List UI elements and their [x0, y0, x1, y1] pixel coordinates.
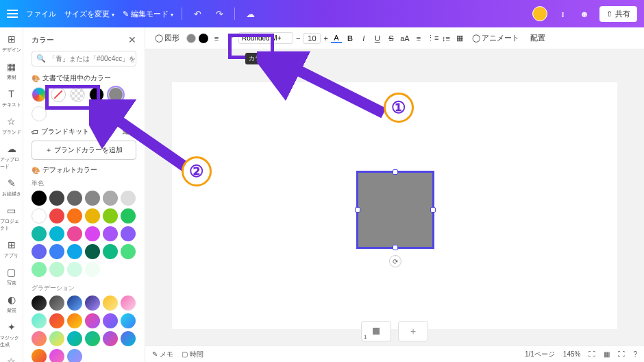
close-icon[interactable]: ✕	[128, 34, 136, 45]
text-color-icon[interactable]: A	[331, 34, 342, 43]
gradient-swatch[interactable]	[103, 313, 118, 328]
color-swatch[interactable]	[108, 87, 123, 102]
sidebar-item[interactable]: ▢写真	[0, 266, 23, 287]
sidebar-item[interactable]: ⊞デザイン	[0, 33, 23, 53]
present-icon[interactable]: ⛶	[618, 350, 625, 358]
edit-mode-menu[interactable]: ✎ 編集モード	[123, 9, 173, 19]
animate-button[interactable]: ◯ アニメート	[468, 32, 523, 45]
color-swatch[interactable]	[85, 208, 100, 224]
color-swatch[interactable]	[103, 244, 118, 259]
color-swatch[interactable]	[89, 87, 104, 102]
help-icon[interactable]: ?	[633, 350, 637, 358]
color-swatch[interactable]	[85, 262, 100, 277]
color-swatch[interactable]	[121, 244, 136, 259]
shape-menu[interactable]: ◯図形	[151, 32, 184, 45]
color-swatch[interactable]	[32, 226, 47, 241]
resize-handle[interactable]	[393, 169, 398, 175]
color-swatch[interactable]	[103, 191, 118, 206]
page-thumbnail[interactable]: 1	[361, 321, 391, 341]
redo-icon[interactable]: ↷	[212, 7, 226, 21]
color-swatch[interactable]	[85, 191, 100, 206]
gradient-swatch[interactable]	[49, 331, 64, 346]
gradient-swatch[interactable]	[67, 349, 82, 362]
border-style-icon[interactable]: ≡	[211, 34, 222, 43]
time-button[interactable]: ▢ 時間	[182, 350, 203, 359]
gradient-swatch[interactable]	[121, 295, 136, 311]
add-brand-color-button[interactable]: ＋ ブランドカラーを追加	[32, 141, 136, 160]
avatar[interactable]	[532, 6, 547, 21]
resize-handle[interactable]	[430, 207, 436, 213]
undo-icon[interactable]: ↶	[190, 7, 204, 21]
resize-menu[interactable]: サイズを変更	[64, 9, 114, 19]
resize-handle[interactable]	[393, 245, 398, 250]
bold-icon[interactable]: B	[345, 34, 356, 43]
color-swatch[interactable]	[103, 226, 118, 241]
gradient-swatch[interactable]	[32, 349, 47, 362]
corner-icon[interactable]: ⟋	[225, 34, 236, 43]
gradient-swatch[interactable]	[49, 295, 64, 311]
gradient-swatch[interactable]	[85, 313, 100, 328]
gradient-swatch[interactable]	[67, 331, 82, 346]
gradient-swatch[interactable]	[32, 295, 47, 311]
color-swatch[interactable]	[121, 226, 136, 241]
sidebar-item[interactable]: ▦素材	[0, 60, 23, 81]
sidebar-item[interactable]: ☆ブランド	[0, 115, 23, 136]
border-color-swatch[interactable]	[199, 34, 208, 43]
sidebar-item[interactable]: ☆スター付き	[0, 355, 23, 362]
color-swatch[interactable]	[32, 244, 47, 259]
italic-icon[interactable]: I	[358, 34, 369, 43]
color-swatch[interactable]	[67, 208, 82, 224]
brandkit-edit[interactable]: 編集	[123, 127, 136, 136]
color-swatch[interactable]	[49, 262, 64, 277]
list-icon[interactable]: ⋮≡	[427, 34, 438, 43]
gradient-swatch[interactable]	[103, 331, 118, 346]
size-minus[interactable]: −	[296, 34, 300, 43]
sidebar-item[interactable]: ⊞アプリ	[0, 239, 23, 259]
color-swatch[interactable]	[85, 244, 100, 259]
color-swatch[interactable]	[103, 208, 118, 224]
gradient-swatch[interactable]	[49, 313, 64, 328]
share-button[interactable]: ⇧ 共有	[599, 6, 637, 22]
zoom-slider-icon[interactable]: ⛶	[589, 350, 595, 358]
memo-button[interactable]: ✎ メモ	[152, 350, 173, 359]
gradient-swatch[interactable]	[121, 331, 136, 346]
gradient-swatch[interactable]	[121, 313, 136, 328]
color-swatch[interactable]	[49, 191, 64, 206]
font-size-input[interactable]: 10	[303, 33, 321, 44]
color-swatch[interactable]	[70, 87, 85, 102]
search-input[interactable]: 🔍	[32, 51, 136, 67]
gradient-swatch[interactable]	[85, 295, 100, 311]
add-page-button[interactable]: +	[398, 321, 428, 341]
sidebar-item[interactable]: ◐背景	[0, 293, 23, 314]
chart-icon[interactable]: ⫾	[556, 7, 569, 21]
color-swatch[interactable]	[67, 191, 82, 206]
gradient-swatch[interactable]	[85, 331, 100, 346]
menu-icon[interactable]	[7, 10, 18, 18]
color-swatch[interactable]	[32, 106, 47, 121]
sidebar-item[interactable]: ✦マジック生成	[0, 321, 23, 348]
gradient-swatch[interactable]	[67, 313, 82, 328]
fill-color-swatch[interactable]	[186, 34, 196, 43]
color-swatch[interactable]	[49, 244, 64, 259]
size-plus[interactable]: +	[323, 34, 327, 43]
color-swatch[interactable]	[85, 226, 100, 241]
strike-icon[interactable]: S	[386, 34, 397, 43]
position-button[interactable]: 配置	[526, 32, 549, 45]
color-swatch[interactable]	[32, 191, 47, 206]
color-swatch[interactable]	[49, 208, 64, 224]
comment-icon[interactable]: ☻	[578, 7, 591, 21]
canvas-page[interactable]: ⟳	[172, 82, 617, 329]
sidebar-item[interactable]: ✎お絵描き	[0, 177, 23, 197]
page-indicator[interactable]: 1/1ページ	[525, 350, 555, 359]
case-icon[interactable]: aA	[399, 34, 410, 43]
sidebar-item[interactable]: ☁アップロード	[0, 143, 23, 170]
color-swatch[interactable]	[49, 226, 64, 241]
gradient-swatch[interactable]	[32, 331, 47, 346]
file-menu[interactable]: ファイル	[26, 9, 56, 19]
gradient-swatch[interactable]	[32, 313, 47, 328]
color-swatch[interactable]	[67, 244, 82, 259]
color-swatch[interactable]	[121, 191, 136, 206]
underline-icon[interactable]: U	[372, 34, 383, 43]
gradient-swatch[interactable]	[67, 295, 82, 311]
zoom-indicator[interactable]: 145%	[563, 350, 581, 358]
